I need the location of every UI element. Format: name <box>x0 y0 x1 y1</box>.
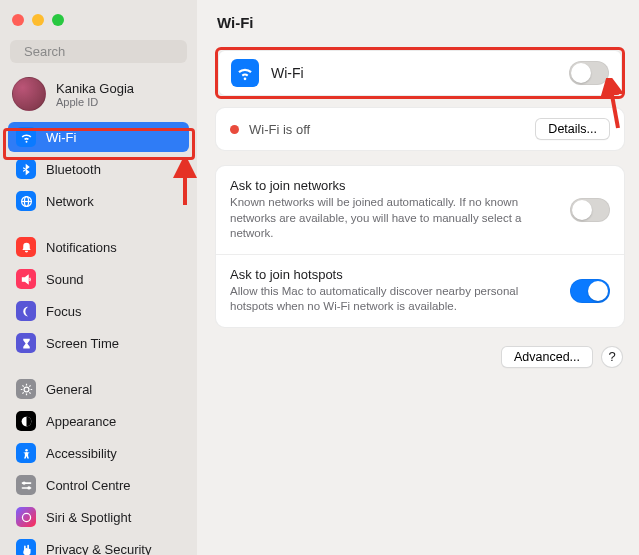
sidebar-item-focus[interactable]: Focus <box>8 296 189 326</box>
sidebar-item-label: Screen Time <box>46 336 119 351</box>
siri-icon <box>16 507 36 527</box>
sidebar-item-accessibility[interactable]: Accessibility <box>8 438 189 468</box>
sidebar-item-screentime[interactable]: Screen Time <box>8 328 189 358</box>
wifi-toggle[interactable] <box>569 61 609 85</box>
sidebar-item-label: Notifications <box>46 240 117 255</box>
main-panel: Wi-Fi Wi-Fi Wi-Fi is off Details... <box>197 0 639 555</box>
sidebar-item-label: Focus <box>46 304 81 319</box>
account-sub: Apple ID <box>56 96 134 108</box>
sidebar-item-label: General <box>46 382 92 397</box>
bluetooth-icon <box>16 159 36 179</box>
sidebar-item-general[interactable]: General <box>8 374 189 404</box>
search-field[interactable] <box>10 40 187 63</box>
sidebar-item-label: Sound <box>46 272 84 287</box>
join-networks-desc: Known networks will be joined automatica… <box>230 195 550 242</box>
sidebar-item-bluetooth[interactable]: Bluetooth <box>8 154 189 184</box>
sidebar-item-label: Bluetooth <box>46 162 101 177</box>
sidebar-list: Wi-Fi Bluetooth Network Notifications So… <box>0 121 197 555</box>
wifi-icon <box>231 59 259 87</box>
annotation-highlight-header: Wi-Fi <box>215 47 625 99</box>
sidebar-item-wifi[interactable]: Wi-Fi <box>8 122 189 152</box>
wifi-icon <box>16 127 36 147</box>
svg-point-5 <box>24 387 29 392</box>
hourglass-icon <box>16 333 36 353</box>
bell-icon <box>16 237 36 257</box>
sidebar: Kanika Gogia Apple ID Wi-Fi Bluetooth Ne… <box>0 0 197 555</box>
sidebar-item-privacy[interactable]: Privacy & Security <box>8 534 189 555</box>
svg-point-11 <box>27 486 30 489</box>
moon-icon <box>16 301 36 321</box>
gear-icon <box>16 379 36 399</box>
svg-point-12 <box>22 513 30 521</box>
account-name: Kanika Gogia <box>56 81 134 96</box>
sidebar-item-label: Control Centre <box>46 478 131 493</box>
hand-icon <box>16 539 36 555</box>
sidebar-item-notifications[interactable]: Notifications <box>8 232 189 262</box>
wifi-header-label: Wi-Fi <box>271 65 557 81</box>
join-networks-title: Ask to join networks <box>230 178 558 193</box>
wifi-status-text: Wi-Fi is off <box>249 122 525 137</box>
avatar <box>12 77 46 111</box>
svg-point-7 <box>25 449 27 451</box>
status-dot-icon <box>230 125 239 134</box>
svg-point-10 <box>22 481 25 484</box>
sidebar-item-sound[interactable]: Sound <box>8 264 189 294</box>
join-hotspots-toggle[interactable] <box>570 279 610 303</box>
fullscreen-window-button[interactable] <box>52 14 64 26</box>
join-hotspots-desc: Allow this Mac to automatically discover… <box>230 284 550 315</box>
appearance-icon <box>16 411 36 431</box>
sidebar-item-label: Accessibility <box>46 446 117 461</box>
page-title: Wi-Fi <box>217 14 625 31</box>
advanced-button[interactable]: Advanced... <box>501 346 593 368</box>
sound-icon <box>16 269 36 289</box>
help-button[interactable]: ? <box>601 346 623 368</box>
sliders-icon <box>16 475 36 495</box>
apple-id-account[interactable]: Kanika Gogia Apple ID <box>0 73 197 121</box>
sidebar-item-controlcentre[interactable]: Control Centre <box>8 470 189 500</box>
details-button[interactable]: Details... <box>535 118 610 140</box>
sidebar-item-network[interactable]: Network <box>8 186 189 216</box>
sidebar-item-label: Siri & Spotlight <box>46 510 131 525</box>
sidebar-item-appearance[interactable]: Appearance <box>8 406 189 436</box>
network-icon <box>16 191 36 211</box>
sidebar-item-label: Network <box>46 194 94 209</box>
join-hotspots-title: Ask to join hotspots <box>230 267 558 282</box>
sidebar-item-label: Privacy & Security <box>46 542 151 556</box>
search-input[interactable] <box>24 44 192 59</box>
close-window-button[interactable] <box>12 14 24 26</box>
minimize-window-button[interactable] <box>32 14 44 26</box>
accessibility-icon <box>16 443 36 463</box>
sidebar-item-label: Appearance <box>46 414 116 429</box>
sidebar-item-siri[interactable]: Siri & Spotlight <box>8 502 189 532</box>
join-networks-toggle[interactable] <box>570 198 610 222</box>
window-controls <box>0 10 197 36</box>
sidebar-item-label: Wi-Fi <box>46 130 76 145</box>
